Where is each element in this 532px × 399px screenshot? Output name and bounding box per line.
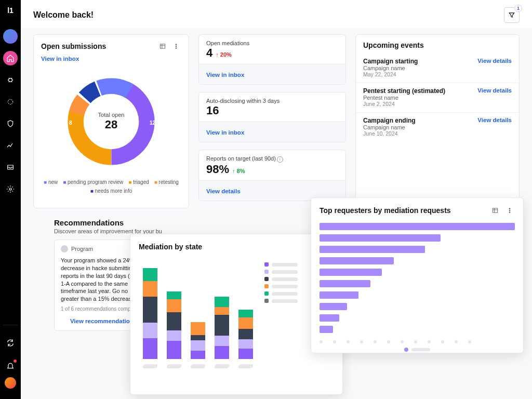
auto-disclose-link[interactable]: View in inbox [206, 129, 244, 136]
top-requesters-pager[interactable] [311, 343, 523, 357]
nav-bugs[interactable] [3, 73, 18, 87]
open-mediations-link[interactable]: View in inbox [206, 72, 244, 78]
open-mediations-title: Open mediations [206, 40, 338, 46]
program-avatar [61, 245, 68, 252]
top-requesters-bars [311, 220, 523, 337]
logo-icon: l1 [4, 4, 17, 17]
auto-disclose-title: Auto-disclosing within 3 days [206, 98, 338, 104]
open-submissions-card: Open submissions View in inbox Total ope… [33, 34, 189, 208]
filter-badge: 1 [514, 5, 522, 12]
mediation-bars [139, 259, 257, 368]
top-requesters-card: Top requesters by mediation requests [311, 197, 524, 353]
info-icon[interactable]: i [277, 156, 283, 163]
donut-seg-right: 12 [150, 120, 155, 126]
svg-point-5 [176, 44, 177, 45]
reports-target-card: Reports on target (last 90d)i 98%↑ 8% Vi… [198, 150, 346, 201]
nav-sync[interactable] [3, 336, 18, 350]
open-mediations-value: 4 [206, 46, 212, 60]
donut-seg-left: 8 [69, 120, 72, 126]
svg-point-6 [176, 46, 177, 47]
mediation-state-title: Mediation by state [139, 243, 202, 251]
sidebar: l1 [0, 0, 21, 399]
view-recommendations-link[interactable]: View recommendations [70, 318, 137, 324]
nav-shield[interactable] [3, 116, 18, 131]
event-row: Campaign ending Campaign name June 10, 2… [356, 113, 519, 142]
recommendations-title: Recommendations [54, 218, 314, 227]
header: Welcome back! 1 [21, 0, 532, 28]
filter-icon [508, 11, 515, 19]
svg-point-1 [8, 99, 12, 104]
svg-point-20 [509, 212, 510, 213]
event-view-details[interactable]: View details [477, 58, 512, 64]
auto-disclose-value: 16 [206, 104, 219, 117]
event-row: Pentest starting (estimated) Pentest nam… [356, 83, 519, 113]
top-requesters-title: Top requesters by mediation requests [320, 206, 451, 215]
reports-target-link[interactable]: View details [206, 188, 241, 194]
nav-settings[interactable] [3, 182, 18, 196]
open-mediations-delta: ↑ 20% [216, 51, 232, 58]
svg-point-7 [176, 48, 177, 49]
upcoming-events-card: Upcoming events Campaign starting Campai… [355, 34, 520, 208]
nav-inbox[interactable] [3, 160, 18, 175]
reports-target-delta: ↑ 8% [232, 168, 245, 174]
metric-stack: Open mediations 4↑ 20% View in inbox Aut… [198, 34, 346, 201]
svg-rect-4 [160, 44, 165, 48]
open-mediations-card: Open mediations 4↑ 20% View in inbox [198, 34, 346, 85]
svg-point-18 [509, 208, 510, 209]
top-requesters-axis [311, 337, 523, 343]
org-avatar[interactable] [3, 29, 18, 44]
open-submissions-title: Open submissions [41, 42, 106, 50]
event-row: Campaign starting Campaign name May 22, … [356, 54, 519, 83]
more-icon[interactable] [504, 205, 515, 216]
nav-notifications[interactable] [3, 358, 18, 373]
svg-point-0 [9, 78, 12, 82]
event-view-details[interactable]: View details [477, 117, 512, 123]
table-icon[interactable] [157, 41, 168, 51]
nav-home[interactable] [3, 51, 18, 65]
reports-target-value: 98% [206, 163, 229, 176]
user-avatar[interactable] [5, 377, 16, 389]
program-label: Program [71, 246, 93, 252]
nav-target[interactable] [3, 95, 18, 109]
view-inbox-link[interactable]: View in inbox [41, 56, 79, 62]
table-icon[interactable] [490, 205, 500, 216]
nav-analytics[interactable] [3, 138, 18, 153]
event-view-details[interactable]: View details [477, 87, 512, 94]
reports-target-title: Reports on target (last 90d) [206, 155, 276, 162]
svg-point-19 [509, 210, 510, 211]
submissions-donut: Total open 28 8 12 [62, 72, 161, 171]
filter-button[interactable]: 1 [504, 7, 520, 23]
donut-legend: new pending program review triaged retes… [34, 176, 189, 201]
donut-center-label: Total open [98, 112, 125, 118]
mediation-legend [264, 259, 298, 368]
donut-center-value: 28 [98, 118, 125, 131]
auto-disclose-card: Auto-disclosing within 3 days 16 View in… [198, 92, 346, 142]
more-icon[interactable] [171, 41, 181, 51]
svg-point-3 [9, 188, 11, 190]
page-title: Welcome back! [33, 10, 94, 20]
svg-rect-17 [493, 208, 497, 212]
events-title: Upcoming events [363, 41, 512, 49]
